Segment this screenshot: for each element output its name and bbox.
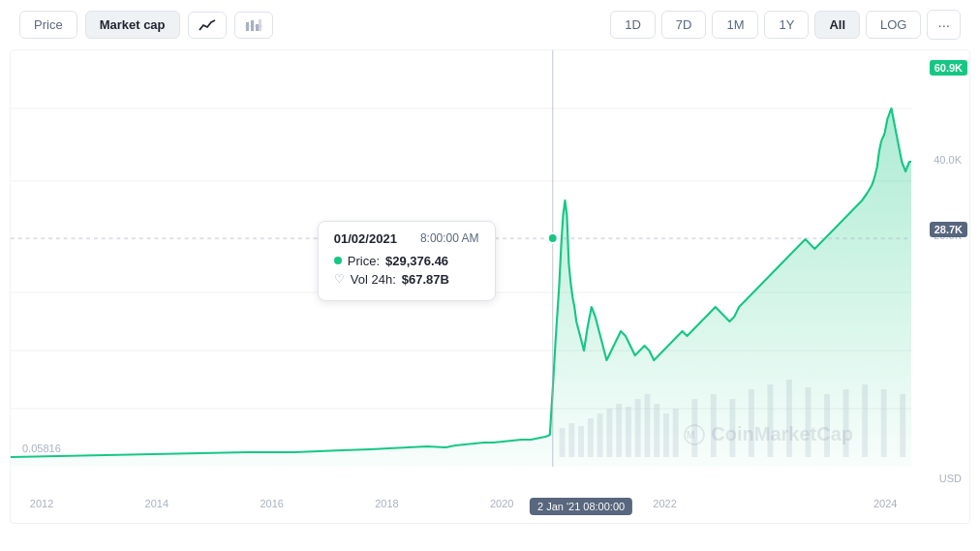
watermark: M CoinMarketCap [684, 423, 853, 445]
toolbar-right: 1D 7D 1M 1Y All LOG ··· [610, 10, 961, 40]
tooltip-price-value: $29,376.46 [385, 254, 448, 268]
svg-rect-3 [259, 19, 261, 31]
watermark-text: CoinMarketCap [711, 423, 853, 445]
x-label-2022: 2022 [653, 498, 676, 509]
svg-point-38 [548, 233, 558, 243]
price-button[interactable]: Price [19, 11, 77, 39]
tooltip-vol-row: ♡ Vol 24h: $67.87B [334, 272, 479, 287]
tooltip-time: 8:00:00 AM [420, 231, 479, 245]
svg-text:M: M [687, 430, 694, 441]
tooltip: 01/02/2021 8:00:00 AM Price: $29,376.46 … [318, 221, 496, 301]
more-options-icon[interactable]: ··· [927, 10, 961, 40]
period-log[interactable]: LOG [866, 11, 921, 39]
toolbar: Price Market cap 1D 7D 1M 1Y All LOG ··· [0, 0, 980, 49]
x-label-2024: 2024 [873, 498, 897, 509]
heart-icon: ♡ [334, 272, 345, 286]
period-1y[interactable]: 1Y [764, 11, 809, 39]
y-label-40k: 40.0K [934, 154, 962, 166]
tooltip-price-row: Price: $29,376.46 [334, 254, 479, 268]
x-label-2012: 2012 [30, 498, 53, 509]
period-7d[interactable]: 7D [661, 11, 707, 39]
svg-rect-2 [256, 24, 259, 31]
price-tag-mid: 28.7K [930, 222, 967, 237]
line-chart-icon[interactable] [188, 12, 227, 39]
x-label-2018: 2018 [375, 498, 398, 509]
period-1m[interactable]: 1M [712, 11, 758, 39]
period-all[interactable]: All [814, 11, 860, 39]
x-label-2020: 2020 [490, 498, 513, 509]
bar-chart-icon[interactable] [234, 12, 273, 39]
toolbar-left: Price Market cap [19, 11, 273, 39]
tooltip-dot [334, 257, 342, 264]
x-label-2014: 2014 [145, 498, 168, 509]
period-1d[interactable]: 1D [610, 11, 656, 39]
tooltip-price-label: Price: [348, 254, 380, 268]
svg-rect-0 [246, 22, 249, 31]
usd-label: USD [939, 473, 962, 484]
svg-rect-1 [251, 20, 254, 31]
crosshair-time-label: 2 Jan '21 08:00:00 [530, 498, 632, 515]
tooltip-vol-value: $67.87B [402, 272, 449, 287]
x-label-2016: 2016 [260, 498, 283, 509]
tooltip-date: 01/02/2021 [334, 231, 397, 246]
price-tag-top: 60.9K [930, 60, 967, 76]
tooltip-vol-label: Vol 24h: [351, 272, 396, 287]
chart-container: 60.9K 40.0K 20.0K 60.9K 28.7K 0.05816 US… [10, 49, 970, 524]
flat-price-label: 0.05816 [22, 443, 61, 454]
marketcap-button[interactable]: Market cap [85, 11, 180, 39]
